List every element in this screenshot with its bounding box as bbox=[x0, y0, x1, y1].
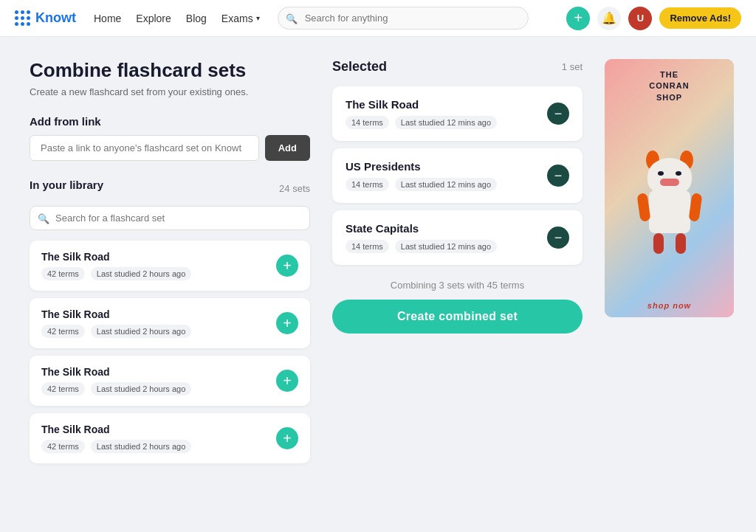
library-item-0-add-button[interactable]: + bbox=[276, 255, 298, 277]
center-panel: Selected 1 set The Silk Road 14 terms La… bbox=[332, 59, 583, 471]
selected-header: Selected 1 set bbox=[332, 59, 583, 75]
library-item-0-studied: Last studied 2 hours ago bbox=[91, 267, 191, 280]
combine-section: Combining 3 sets with 45 terms Create co… bbox=[332, 280, 583, 334]
logo-dots bbox=[15, 10, 31, 27]
library-item-3-info: The Silk Road 42 terms Last studied 2 ho… bbox=[41, 424, 276, 453]
selected-item-2-remove-button[interactable]: − bbox=[547, 227, 569, 249]
selected-item-1-terms: 14 terms bbox=[346, 178, 389, 191]
nav-link-blog[interactable]: Blog bbox=[186, 13, 207, 24]
library-item-3-title: The Silk Road bbox=[41, 424, 276, 435]
library-item-3-terms: 42 terms bbox=[41, 440, 85, 453]
selected-item-1-title: US Presidents bbox=[346, 160, 547, 173]
library-item-3: The Silk Road 42 terms Last studied 2 ho… bbox=[30, 413, 310, 463]
selected-item-0-meta: 14 terms Last studied 12 mins ago bbox=[346, 116, 547, 129]
ad-background: THECONRANSHOP bbox=[605, 59, 734, 317]
remove-ads-button[interactable]: Remove Ads! bbox=[659, 7, 741, 29]
nav-links: Home Explore Blog Exams bbox=[94, 13, 260, 24]
library-item-1-info: The Silk Road 42 terms Last studied 2 ho… bbox=[41, 308, 276, 338]
selected-item-2-studied: Last studied 12 mins ago bbox=[395, 240, 497, 253]
library-item-2-add-button[interactable]: + bbox=[276, 370, 298, 392]
selected-item-1-meta: 14 terms Last studied 12 mins ago bbox=[346, 178, 547, 191]
page-subtitle: Create a new flashcard set from your exi… bbox=[30, 86, 310, 97]
selected-item-0-terms: 14 terms bbox=[346, 116, 389, 129]
add-link-row: Add bbox=[30, 135, 310, 161]
library-label: In your library bbox=[30, 179, 103, 191]
library-item-0-meta: 42 terms Last studied 2 hours ago bbox=[41, 267, 276, 280]
library-item-1-studied: Last studied 2 hours ago bbox=[91, 325, 191, 338]
library-item-3-meta: 42 terms Last studied 2 hours ago bbox=[41, 440, 276, 453]
add-link-button[interactable]: Add bbox=[265, 135, 310, 161]
library-item-1-terms: 42 terms bbox=[41, 325, 85, 338]
selected-item-0-studied: Last studied 12 mins ago bbox=[395, 116, 497, 129]
library-item-2-info: The Silk Road 42 terms Last studied 2 ho… bbox=[41, 366, 276, 395]
library-header: In your library 24 sets bbox=[30, 179, 310, 198]
search-icon: 🔍 bbox=[286, 13, 298, 24]
avatar[interactable]: U bbox=[628, 7, 652, 30]
left-panel: Combine flashcard sets Create a new flas… bbox=[30, 59, 310, 471]
library-item-0-info: The Silk Road 42 terms Last studied 2 ho… bbox=[41, 251, 276, 280]
ad-shop-now: shop now bbox=[647, 301, 691, 310]
library-item-0-terms: 42 terms bbox=[41, 267, 85, 280]
navbar: Knowt Home Explore Blog Exams 🔍 + 🔔 U Re… bbox=[0, 0, 756, 37]
library-item-3-studied: Last studied 2 hours ago bbox=[91, 440, 191, 453]
nav-search-container: 🔍 bbox=[278, 7, 529, 30]
selected-item-0-remove-button[interactable]: − bbox=[547, 103, 569, 125]
logo[interactable]: Knowt bbox=[15, 10, 76, 27]
selected-item-2: State Capitals 14 terms Last studied 12 … bbox=[332, 210, 583, 265]
selected-item-2-info: State Capitals 14 terms Last studied 12 … bbox=[346, 222, 547, 253]
selected-item-1-remove-button[interactable]: − bbox=[547, 165, 569, 187]
page-title: Combine flashcard sets bbox=[30, 59, 310, 82]
selected-item-0-info: The Silk Road 14 terms Last studied 12 m… bbox=[346, 98, 547, 129]
library-item-1-title: The Silk Road bbox=[41, 308, 276, 320]
nav-link-exams[interactable]: Exams bbox=[221, 13, 260, 24]
add-link-input[interactable] bbox=[30, 135, 259, 161]
library-item-1-add-button[interactable]: + bbox=[276, 312, 298, 334]
library-search-container: 🔍 bbox=[30, 206, 310, 230]
library-item-2-studied: Last studied 2 hours ago bbox=[91, 382, 191, 395]
add-button[interactable]: + bbox=[566, 7, 590, 30]
nav-link-explore[interactable]: Explore bbox=[136, 13, 171, 24]
main-container: Combine flashcard sets Create a new flas… bbox=[0, 37, 756, 493]
add-from-link-label: Add from link bbox=[30, 115, 310, 128]
library-item-1: The Silk Road 42 terms Last studied 2 ho… bbox=[30, 298, 310, 348]
logo-text: Knowt bbox=[35, 10, 76, 26]
ad-title: THECONRANSHOP bbox=[649, 69, 689, 103]
selected-item-0: The Silk Road 14 terms Last studied 12 m… bbox=[332, 86, 583, 141]
nav-right: + 🔔 U Remove Ads! bbox=[566, 7, 741, 30]
right-panel: THECONRANSHOP bbox=[605, 59, 734, 471]
ad-figure bbox=[625, 143, 714, 261]
library-count: 24 sets bbox=[279, 183, 310, 194]
notification-button[interactable]: 🔔 bbox=[597, 7, 621, 30]
selected-count: 1 set bbox=[562, 61, 583, 72]
library-item-2: The Silk Road 42 terms Last studied 2 ho… bbox=[30, 356, 310, 406]
combine-info: Combining 3 sets with 45 terms bbox=[332, 280, 583, 291]
search-input[interactable] bbox=[278, 7, 529, 30]
create-combined-set-button[interactable]: Create combined set bbox=[332, 300, 583, 334]
selected-item-2-title: State Capitals bbox=[346, 222, 547, 235]
ad-box[interactable]: THECONRANSHOP bbox=[605, 59, 734, 317]
library-item-2-title: The Silk Road bbox=[41, 366, 276, 378]
library-item-1-meta: 42 terms Last studied 2 hours ago bbox=[41, 325, 276, 338]
library-item-3-add-button[interactable]: + bbox=[276, 427, 298, 449]
library-search-icon: 🔍 bbox=[38, 213, 49, 224]
library-search-input[interactable] bbox=[30, 206, 310, 230]
library-item-2-terms: 42 terms bbox=[41, 382, 85, 395]
selected-item-1-studied: Last studied 12 mins ago bbox=[395, 178, 497, 191]
library-item-0-title: The Silk Road bbox=[41, 251, 276, 263]
library-item-2-meta: 42 terms Last studied 2 hours ago bbox=[41, 382, 276, 395]
selected-item-1: US Presidents 14 terms Last studied 12 m… bbox=[332, 148, 583, 203]
selected-item-2-meta: 14 terms Last studied 12 mins ago bbox=[346, 240, 547, 253]
library-item-0: The Silk Road 42 terms Last studied 2 ho… bbox=[30, 241, 310, 291]
nav-link-home[interactable]: Home bbox=[94, 13, 121, 24]
selected-item-0-title: The Silk Road bbox=[346, 98, 547, 111]
selected-item-1-info: US Presidents 14 terms Last studied 12 m… bbox=[346, 160, 547, 191]
selected-item-2-terms: 14 terms bbox=[346, 240, 389, 253]
selected-title: Selected bbox=[332, 59, 387, 75]
